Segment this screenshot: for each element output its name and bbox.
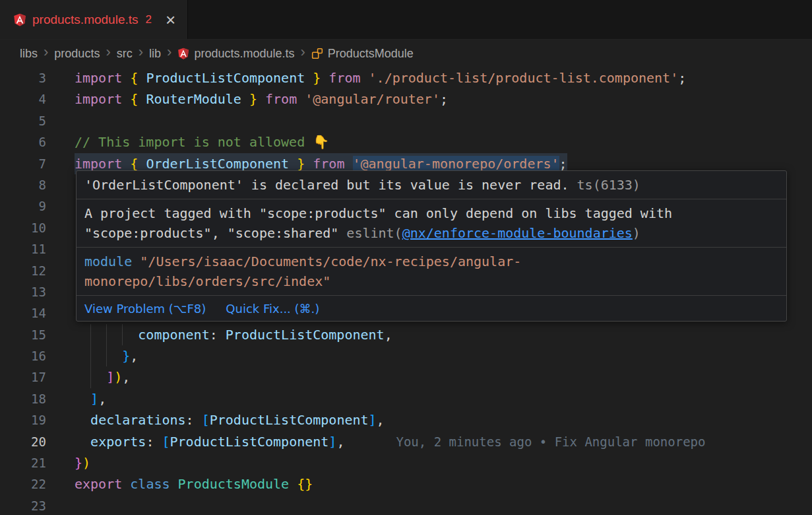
hover-message-line: A project tagged with "scope:products" c… xyxy=(84,203,778,223)
code-token: from xyxy=(265,91,297,107)
angular-icon xyxy=(177,48,189,59)
code-line-20[interactable]: 20 exports: [ProductListComponent],You, … xyxy=(0,431,812,452)
code-line-19[interactable]: 19 declarations: [ProductListComponent], xyxy=(0,409,812,430)
close-icon[interactable]: × xyxy=(166,11,175,28)
code-token: , xyxy=(385,327,392,343)
hover-section-diagnostic: 'OrderListComponent' is declared but its… xyxy=(77,171,786,199)
line-content: declarations: [ProductListComponent], xyxy=(46,409,812,430)
code-token xyxy=(305,70,313,86)
line-number[interactable]: 4 xyxy=(0,88,46,110)
line-number[interactable]: 19 xyxy=(0,409,46,430)
code-line-22[interactable]: 22export class ProductsModule {} xyxy=(0,473,812,495)
hover-text: monorepo/libs/orders/src/index" xyxy=(84,273,330,289)
editor-tab[interactable]: products.module.ts 2 × xyxy=(0,0,188,39)
code-token: declarations xyxy=(90,412,186,428)
breadcrumb-item-lib[interactable]: lib xyxy=(149,47,161,61)
code-token: import xyxy=(75,70,122,86)
hover-message-line: "scope:products", "scope:shared" eslint(… xyxy=(84,223,778,243)
code-token: { xyxy=(130,156,138,172)
code-line-3[interactable]: 3import { ProductListComponent } from '.… xyxy=(0,67,812,88)
line-number[interactable]: 23 xyxy=(0,495,46,515)
line-number[interactable]: 7 xyxy=(0,153,46,174)
code-token: exports xyxy=(90,434,146,450)
breadcrumb-separator: › xyxy=(167,45,172,59)
line-number[interactable]: 14 xyxy=(0,302,46,324)
code-token: [ xyxy=(162,434,170,450)
breadcrumb-label: libs xyxy=(20,47,38,61)
code-line-21[interactable]: 21}) xyxy=(0,452,812,473)
code-token: ProductListComponent xyxy=(146,70,305,86)
code-token: { xyxy=(130,70,138,86)
line-number[interactable]: 12 xyxy=(0,260,46,281)
line-number[interactable]: 17 xyxy=(0,366,46,388)
line-number[interactable]: 22 xyxy=(0,473,46,495)
line-number[interactable]: 10 xyxy=(0,217,46,238)
line-number[interactable]: 20 xyxy=(0,431,46,452)
line-number[interactable]: 9 xyxy=(0,195,46,217)
line-number[interactable]: 6 xyxy=(0,131,46,153)
line-number[interactable]: 5 xyxy=(0,110,46,131)
breadcrumb-label: products.module.ts xyxy=(194,47,294,61)
breadcrumb-item-products[interactable]: products xyxy=(54,47,100,61)
hover-message-line: monorepo/libs/orders/src/index" xyxy=(84,271,778,291)
line-number[interactable]: 16 xyxy=(0,345,46,366)
line-content: exports: [ProductListComponent],You, 2 m… xyxy=(46,431,812,452)
breadcrumb-item-productsmodule[interactable]: ProductsModule xyxy=(311,47,414,61)
line-number[interactable]: 11 xyxy=(0,238,46,259)
code-line-17[interactable]: 17 ]), xyxy=(0,366,812,388)
line-content: }, xyxy=(46,345,812,366)
code-line-5[interactable]: 5 xyxy=(0,110,812,131)
code-token: from xyxy=(313,156,344,172)
breadcrumb-item-libs[interactable]: libs xyxy=(20,47,38,61)
code-line-18[interactable]: 18 ], xyxy=(0,388,812,409)
hover-text: "/Users/isaac/Documents/code/nx-recipes/… xyxy=(140,254,521,269)
code-token: , xyxy=(377,412,385,428)
indent-guide xyxy=(90,366,91,388)
line-content: import { RouterModule } from '@angular/r… xyxy=(46,88,812,110)
indent-guide xyxy=(106,324,107,345)
code-line-23[interactable]: 23 xyxy=(0,495,812,515)
code-token: ] xyxy=(328,434,336,450)
code-token: ProductListComponent xyxy=(210,412,369,428)
code-token: } xyxy=(297,156,305,172)
line-number[interactable]: 21 xyxy=(0,452,46,473)
line-number[interactable]: 13 xyxy=(0,281,46,302)
tab-filename: products.module.ts xyxy=(32,13,139,27)
line-number[interactable]: 15 xyxy=(0,324,46,345)
line-number[interactable]: 3 xyxy=(0,67,46,88)
code-token xyxy=(122,91,130,107)
angular-icon xyxy=(13,13,26,26)
view-problem-action[interactable]: View Problem (⌥F8) xyxy=(84,302,206,316)
breadcrumb-label: lib xyxy=(149,47,161,61)
code-token: '@angular-monorepo/orders' xyxy=(353,156,559,172)
indent-guide xyxy=(90,345,91,366)
code-line-16[interactable]: 16 }, xyxy=(0,345,812,366)
code-token xyxy=(321,70,328,86)
breadcrumb-item-src[interactable]: src xyxy=(117,47,133,61)
hover-message-line: module "/Users/isaac/Documents/code/nx-r… xyxy=(84,252,778,271)
code-token: import xyxy=(75,156,122,172)
code-line-15[interactable]: 15 component: ProductListComponent, xyxy=(0,324,812,345)
code-token: ProductListComponent xyxy=(170,434,329,450)
code-token: } xyxy=(75,455,82,471)
code-token: } xyxy=(122,348,130,364)
code-token: ; xyxy=(559,156,567,172)
code-token: ] xyxy=(106,369,114,385)
quick-fix-action[interactable]: Quick Fix... (⌘.) xyxy=(226,302,319,316)
breadcrumb-item-products-module-ts[interactable]: products.module.ts xyxy=(177,47,294,61)
code-token: // This import is not allowed xyxy=(75,134,313,150)
line-content: component: ProductListComponent, xyxy=(46,324,812,345)
code-line-4[interactable]: 4import { RouterModule } from '@angular/… xyxy=(0,88,812,110)
code-line-6[interactable]: 6// This import is not allowed 👇 xyxy=(0,131,812,153)
code-token xyxy=(361,70,369,86)
line-number[interactable]: 8 xyxy=(0,174,46,195)
code-token: component xyxy=(138,327,209,343)
code-token: ; xyxy=(440,91,448,107)
hover-text: eslint( xyxy=(346,225,402,241)
code-token xyxy=(138,91,146,107)
code-token xyxy=(241,91,249,107)
line-number[interactable]: 18 xyxy=(0,388,46,409)
hover-text: ts(6133) xyxy=(569,177,640,193)
nx-enforce-module-boundaries-link[interactable]: @nx/enforce-module-boundaries xyxy=(402,225,633,241)
code-token: 👇 xyxy=(313,134,329,150)
